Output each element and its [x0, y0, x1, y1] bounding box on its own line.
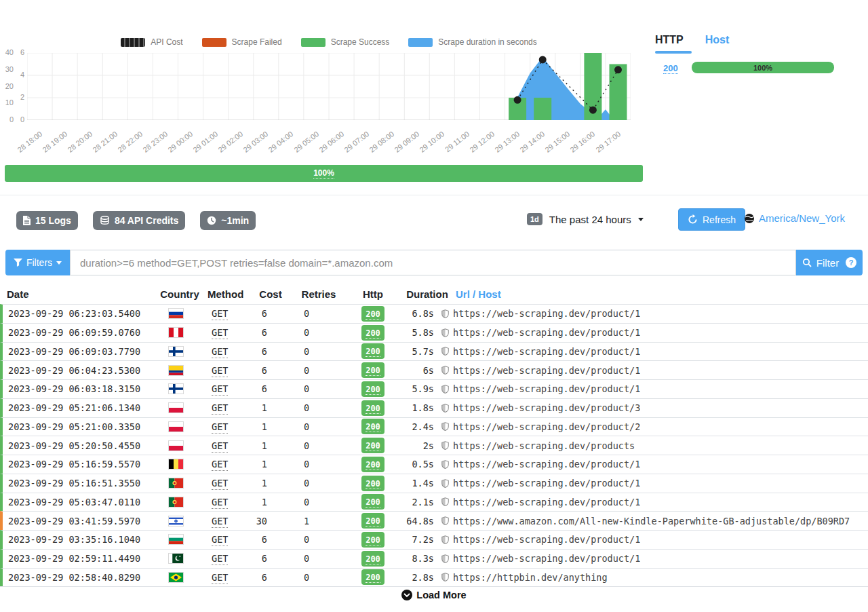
http-status-badge: 200: [347, 457, 399, 472]
log-url-link[interactable]: https://web-scraping.dev/products: [453, 440, 868, 451]
log-table-row[interactable]: 2023-09-29 06:03:18.3150GET602005.9shttp…: [0, 379, 868, 398]
log-cost: 6: [251, 327, 290, 338]
shield-icon: [441, 441, 449, 450]
timezone-label: America/New_York: [759, 212, 845, 224]
country-flag-icon: [156, 384, 203, 394]
log-table-row[interactable]: 2023-09-29 05:21:00.3350GET102002.4shttp…: [0, 417, 868, 436]
log-table-body: 2023-09-29 06:23:03.5400GET602006.8shttp…: [0, 304, 868, 587]
api-credits-badge: 84 API Credits: [93, 211, 185, 230]
http-status-badge: 200: [347, 400, 399, 416]
legend-item[interactable]: API Cost: [121, 37, 182, 47]
log-table-row[interactable]: 2023-09-29 06:04:23.5300GET602006shttps:…: [0, 360, 868, 379]
time-range-selector[interactable]: 1d The past 24 hours: [527, 213, 644, 225]
log-date: 2023-09-29 05:03:47.0110: [3, 497, 156, 508]
log-table-row[interactable]: 2023-09-29 05:16:59.5570GET102000.5shttp…: [0, 455, 868, 474]
log-table-row[interactable]: 2023-09-29 02:59:11.4490GET602008.3shttp…: [0, 549, 868, 568]
legend-item[interactable]: Scrape duration in seconds: [408, 37, 536, 47]
shield-icon: [441, 460, 449, 469]
log-cost: 30: [251, 516, 290, 527]
log-url-link[interactable]: https://web-scraping.dev/product/2: [453, 421, 868, 432]
log-retries: 0: [290, 402, 347, 413]
legend-swatch-icon: [301, 38, 326, 47]
filter-search-input[interactable]: [70, 250, 796, 275]
log-date: 2023-09-29 05:16:59.5570: [3, 459, 156, 470]
country-flag-icon: [156, 535, 203, 544]
shield-icon: [441, 347, 449, 356]
legend-label: API Cost: [151, 37, 182, 47]
load-more-row: Load More: [0, 590, 868, 600]
log-table-row[interactable]: 2023-09-29 05:16:51.3550GET102001.4shttp…: [0, 474, 868, 493]
log-retries: 0: [290, 365, 347, 376]
log-url-link[interactable]: https://web-scraping.dev/product/1: [453, 553, 868, 564]
shield-cell: [437, 460, 453, 469]
log-duration: 7.2s: [399, 534, 437, 545]
log-url-link[interactable]: https://web-scraping.dev/product/1: [453, 459, 868, 470]
y-tick-label: 20: [5, 82, 14, 90]
log-duration: 64.8s: [399, 516, 437, 527]
help-icon[interactable]: ?: [846, 257, 856, 268]
y-tick-label: 40: [5, 48, 14, 56]
log-duration: 2s: [399, 440, 437, 451]
log-url-link[interactable]: https://httpbin.dev/anything: [453, 572, 868, 583]
log-url-link[interactable]: https://web-scraping.dev/product/1: [453, 534, 868, 545]
country-flag-icon: [156, 347, 203, 356]
api-credits-label: 84 API Credits: [115, 215, 178, 226]
http-status-badge: 200: [347, 362, 399, 378]
log-table-row[interactable]: 2023-09-29 06:09:59.0760GET602005.8shttp…: [0, 323, 868, 342]
log-table-row[interactable]: 2023-09-29 06:23:03.5400GET602006.8shttp…: [0, 304, 868, 323]
log-url-link[interactable]: https://web-scraping.dev/product/1: [453, 346, 868, 357]
log-cost: 1: [251, 402, 290, 413]
clock-icon: [207, 216, 216, 225]
log-table-row[interactable]: 2023-09-29 05:21:06.1340GET102001.8shttp…: [0, 398, 868, 417]
log-url-link[interactable]: https://web-scraping.dev/product/1: [453, 365, 868, 376]
filters-dropdown-button[interactable]: Filters: [5, 250, 70, 275]
shield-cell: [437, 554, 453, 563]
log-retries: 0: [290, 421, 347, 432]
country-flag-icon: [156, 422, 203, 432]
log-url-link[interactable]: https://web-scraping.dev/product/1: [453, 327, 868, 338]
legend-item[interactable]: Scrape Success: [301, 37, 390, 47]
log-table-row[interactable]: 2023-09-29 02:58:40.8290GET602002.8shttp…: [0, 568, 868, 587]
log-url-link[interactable]: https://web-scraping.dev/product/1: [453, 497, 868, 508]
log-cost: 6: [251, 346, 290, 357]
http-code-link[interactable]: 200: [663, 63, 678, 74]
log-table-row[interactable]: 2023-09-29 05:20:50.4550GET102002shttps:…: [0, 436, 868, 455]
shield-cell: [437, 497, 453, 506]
log-url-link[interactable]: https://www.amazon.com/All-new-Kindle-Pa…: [453, 516, 868, 527]
log-url-link[interactable]: https://web-scraping.dev/product/1: [453, 308, 868, 319]
column-header-http: Http: [347, 288, 399, 300]
http-status-badge: 200: [347, 532, 399, 548]
load-more-button[interactable]: Load More: [401, 590, 466, 600]
log-date: 2023-09-29 06:03:18.3150: [3, 383, 156, 394]
log-table-row[interactable]: 2023-09-29 03:35:16.1040GET602007.2shttp…: [0, 530, 868, 549]
log-table-row[interactable]: 2023-09-29 06:09:03.7790GET602005.7shttp…: [0, 342, 868, 361]
log-method: GET: [203, 308, 251, 319]
legend-item[interactable]: Scrape Failed: [202, 37, 282, 47]
legend-label: Scrape duration in seconds: [438, 37, 536, 47]
log-duration: 1.8s: [399, 402, 437, 413]
http-status-badge: 200: [347, 438, 399, 453]
log-url-link[interactable]: https://web-scraping.dev/product/1: [453, 383, 868, 394]
globe-icon: [744, 213, 755, 224]
refresh-button[interactable]: Refresh: [678, 208, 745, 231]
overall-success-bar: 100%: [5, 165, 643, 182]
log-table-row[interactable]: 2023-09-29 03:41:59.5970GET30120064.8sht…: [0, 511, 868, 530]
log-table-row[interactable]: 2023-09-29 05:03:47.0110GET102002.1shttp…: [0, 493, 868, 512]
stats-badges: 15 Logs 84 API Credits ~1min: [16, 211, 256, 230]
log-url-link[interactable]: https://web-scraping.dev/product/3: [453, 402, 868, 413]
country-flag-icon: [156, 403, 203, 413]
column-header-url-host[interactable]: Url / Host: [456, 288, 868, 300]
range-label: The past 24 hours: [549, 214, 631, 225]
http-status-badge: 200: [347, 325, 399, 341]
country-flag-icon: [156, 459, 203, 469]
tab-http[interactable]: HTTP: [655, 34, 684, 46]
log-cost: 1: [251, 478, 290, 489]
tab-host[interactable]: Host: [705, 34, 730, 46]
filter-submit-button[interactable]: Filter ?: [796, 250, 863, 275]
filters-label: Filters: [26, 257, 52, 268]
log-url-link[interactable]: https://web-scraping.dev/product/1: [453, 478, 868, 489]
timezone-selector[interactable]: America/New_York: [744, 212, 845, 224]
shield-icon: [441, 479, 449, 488]
log-date: 2023-09-29 05:16:51.3550: [3, 478, 156, 489]
log-retries: 0: [290, 534, 347, 545]
